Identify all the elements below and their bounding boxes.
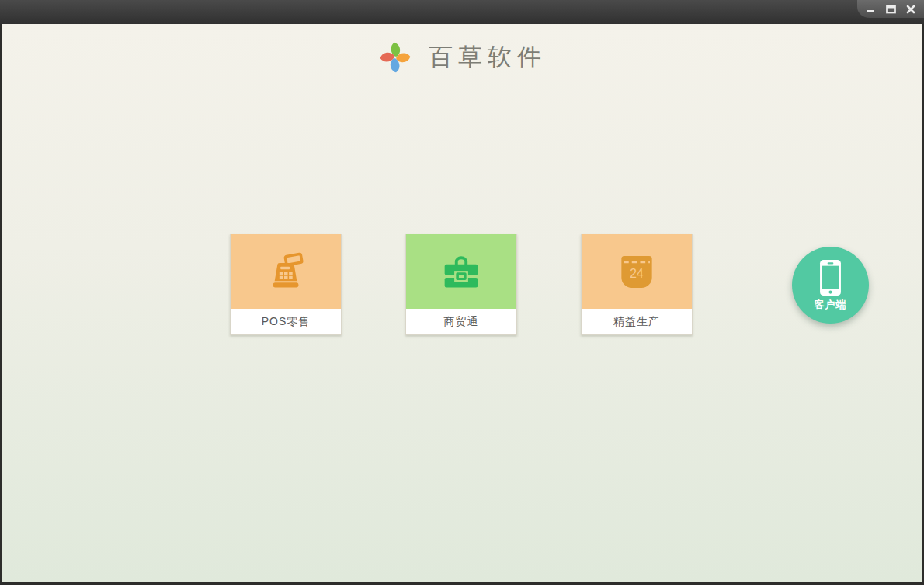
close-button[interactable] [904, 3, 918, 16]
cash-register-icon [265, 251, 307, 292]
product-tile-trade [406, 234, 516, 309]
product-card-pos[interactable]: POS零售 [230, 234, 342, 335]
brand-title: 百草软件 [429, 41, 547, 74]
product-label-trade: 商贸通 [406, 309, 516, 334]
client-app-button[interactable]: 客户端 [792, 247, 869, 324]
maximize-button[interactable] [884, 3, 898, 16]
maximize-icon [886, 5, 896, 14]
smartphone-icon [818, 259, 842, 296]
pinwheel-logo-icon [377, 40, 413, 75]
calendar-icon: 24 [617, 254, 656, 290]
app-window: 百草软件 [0, 0, 924, 585]
calendar-day-number: 24 [630, 267, 644, 280]
title-bar[interactable] [0, 0, 924, 24]
product-card-trade[interactable]: 商贸通 [405, 234, 517, 335]
product-card-lean[interactable]: 24 精益生产 [581, 234, 693, 335]
main-content: 百草软件 [2, 24, 922, 582]
minimize-icon [866, 5, 875, 14]
briefcase-icon [439, 253, 484, 290]
product-cards: POS零售 商贸通 [230, 234, 693, 335]
product-tile-lean: 24 [582, 234, 692, 309]
minimize-button[interactable] [863, 3, 877, 16]
product-label-lean: 精益生产 [582, 309, 692, 334]
product-tile-pos [231, 234, 341, 309]
close-icon [906, 5, 915, 14]
window-controls [857, 0, 924, 18]
client-button-label: 客户端 [815, 298, 847, 312]
brand-header: 百草软件 [2, 24, 922, 75]
product-label-pos: POS零售 [231, 309, 341, 334]
